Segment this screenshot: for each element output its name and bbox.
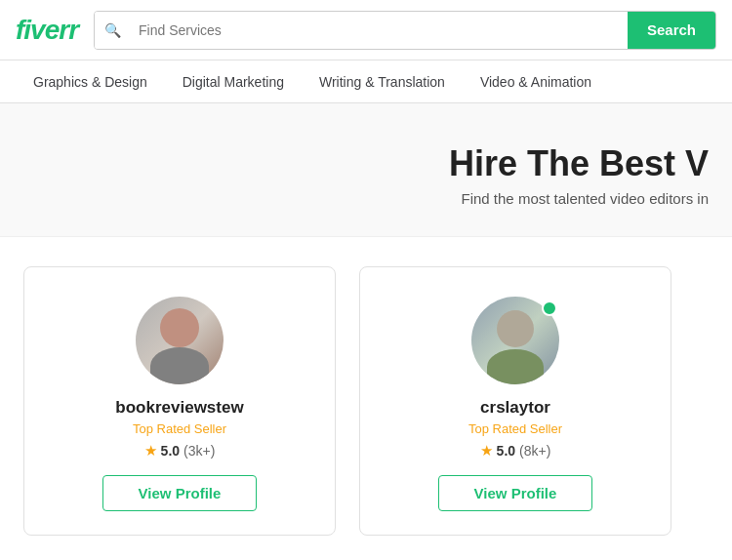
seller-card-crslaytor: crslaytor Top Rated Seller ★ 5.0 (8k+) V… bbox=[359, 266, 671, 536]
avatar-wrap-1 bbox=[136, 297, 224, 384]
nav-item-writing-translation[interactable]: Writing & Translation bbox=[302, 60, 463, 102]
header: fiverr 🔍 Search bbox=[0, 0, 732, 60]
view-profile-button-2[interactable]: View Profile bbox=[438, 475, 593, 511]
search-icon: 🔍 bbox=[95, 12, 131, 49]
online-indicator bbox=[542, 300, 557, 316]
avatar-1 bbox=[136, 297, 224, 384]
rating-row-1: ★ 5.0 (3k+) bbox=[144, 442, 216, 460]
rating-count-1: (3k+) bbox=[183, 443, 215, 459]
logo[interactable]: fiverr bbox=[16, 15, 78, 46]
search-bar: 🔍 Search bbox=[94, 11, 716, 50]
avatar-wrap-2 bbox=[471, 297, 559, 384]
hero-subtitle: Find the most talented video editors in bbox=[23, 190, 709, 207]
nav-item-video-animation[interactable]: Video & Animation bbox=[463, 60, 609, 102]
rating-row-2: ★ 5.0 (8k+) bbox=[480, 442, 551, 460]
seller-badge-1: Top Rated Seller bbox=[133, 421, 226, 436]
nav: Graphics & Design Digital Marketing Writ… bbox=[0, 60, 732, 103]
star-icon-1: ★ bbox=[144, 442, 157, 460]
seller-card-bookreviewstew: bookreviewstew Top Rated Seller ★ 5.0 (3… bbox=[23, 266, 336, 536]
nav-item-graphics-design[interactable]: Graphics & Design bbox=[16, 60, 165, 102]
username-2: crslaytor bbox=[480, 398, 550, 418]
search-input[interactable] bbox=[131, 12, 628, 49]
seller-badge-2: Top Rated Seller bbox=[468, 421, 562, 436]
username-1: bookreviewstew bbox=[115, 398, 243, 418]
hero-section: Hire The Best V Find the most talented v… bbox=[0, 103, 732, 237]
rating-count-2: (8k+) bbox=[519, 443, 550, 459]
nav-item-digital-marketing[interactable]: Digital Marketing bbox=[165, 60, 302, 102]
star-icon-2: ★ bbox=[480, 442, 493, 460]
search-button[interactable]: Search bbox=[628, 12, 715, 49]
view-profile-button-1[interactable]: View Profile bbox=[102, 475, 258, 511]
hero-title: Hire The Best V bbox=[23, 142, 709, 184]
rating-value-2: 5.0 bbox=[497, 443, 515, 459]
cards-section: bookreviewstew Top Rated Seller ★ 5.0 (3… bbox=[0, 237, 732, 560]
rating-value-1: 5.0 bbox=[161, 443, 180, 459]
